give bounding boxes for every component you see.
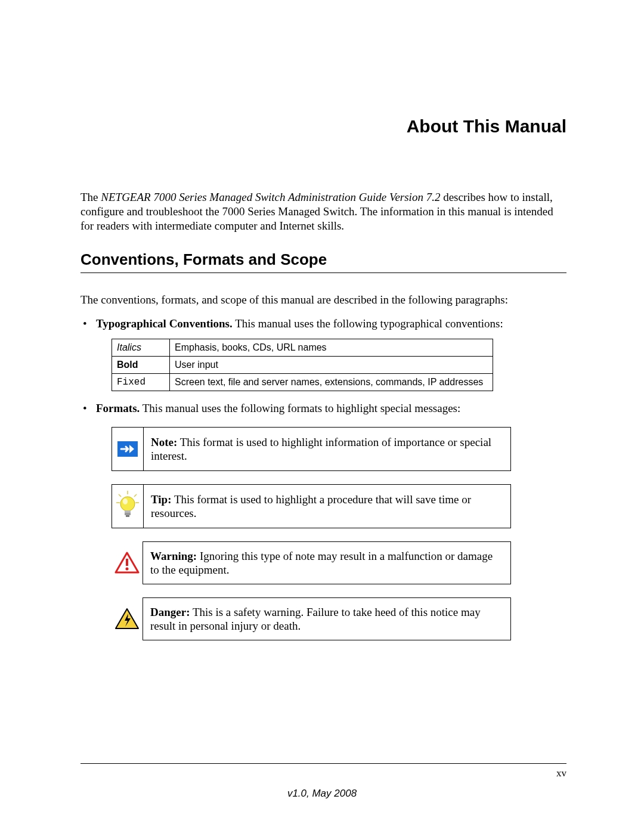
svg-point-6 [120, 497, 135, 511]
intro-paragraph: The NETGEAR 7000 Series Managed Switch A… [80, 190, 566, 233]
danger-bolt-icon [112, 597, 143, 640]
callout-text: This is a safety warning. Failure to tak… [150, 606, 481, 633]
intro-prefix: The [80, 191, 101, 203]
table-row: Italics Emphasis, books, CDs, URL names [112, 339, 493, 357]
callout-lead: Warning: [150, 550, 197, 562]
section-intro: The conventions, formats, and scope of t… [80, 293, 566, 306]
conv-desc: Screen text, file and server names, exte… [170, 374, 493, 391]
bullet-list: Typographical Conventions. This manual u… [80, 317, 566, 640]
callout-text: Ignoring this type of note may result in… [150, 550, 493, 577]
warning-triangle-icon [112, 541, 143, 584]
conv-label-bold: Bold [112, 357, 170, 374]
page-number: xv [556, 767, 566, 779]
bullet-lead: Typographical Conventions. [96, 317, 233, 330]
bullet-rest: This manual uses the following formats t… [140, 402, 460, 414]
danger-callout: Danger: This is a safety warning. Failur… [112, 597, 511, 640]
version-footer: v1.0, May 2008 [0, 788, 644, 800]
bullet-formats: Formats. This manual uses the following … [80, 402, 566, 640]
page-title: About This Manual [80, 116, 566, 137]
svg-rect-8 [125, 510, 131, 513]
svg-line-2 [119, 494, 121, 497]
conv-label-fixed: Fixed [112, 374, 170, 391]
note-arrow-icon [112, 428, 144, 471]
conv-label-italics: Italics [112, 339, 170, 357]
section-heading: Conventions, Formats and Scope [80, 250, 566, 269]
svg-rect-11 [126, 559, 128, 566]
document-page: About This Manual The NETGEAR 7000 Serie… [0, 0, 644, 833]
callout-lead: Note: [151, 436, 177, 448]
bullet-rest: This manual uses the following typograph… [233, 317, 503, 330]
svg-point-7 [123, 498, 128, 504]
svg-line-3 [134, 494, 137, 497]
bullet-typographical: Typographical Conventions. This manual u… [80, 317, 566, 391]
table-row: Fixed Screen text, file and server names… [112, 374, 493, 391]
callout-text: This format is used to highlight a proce… [151, 493, 471, 520]
footer-rule [80, 763, 566, 764]
callout-text: This format is used to highlight informa… [151, 436, 491, 463]
conventions-table: Italics Emphasis, books, CDs, URL names … [112, 339, 493, 391]
conv-desc: Emphasis, books, CDs, URL names [170, 339, 493, 357]
callout-lead: Danger: [150, 606, 190, 618]
note-callout: Note: This format is used to highlight i… [112, 427, 511, 471]
bullet-lead: Formats. [96, 402, 140, 414]
section-underline [80, 272, 566, 273]
svg-rect-9 [125, 513, 131, 515]
warning-callout: Warning: Ignoring this type of note may … [112, 541, 511, 584]
callout-lead: Tip: [151, 493, 172, 506]
svg-rect-10 [126, 515, 129, 517]
lightbulb-icon [112, 485, 144, 528]
tip-callout: Tip: This format is used to highlight a … [112, 484, 511, 528]
book-title: NETGEAR 7000 Series Managed Switch Admin… [101, 191, 440, 203]
conv-desc: User input [170, 357, 493, 374]
svg-point-12 [126, 568, 129, 571]
table-row: Bold User input [112, 357, 493, 374]
